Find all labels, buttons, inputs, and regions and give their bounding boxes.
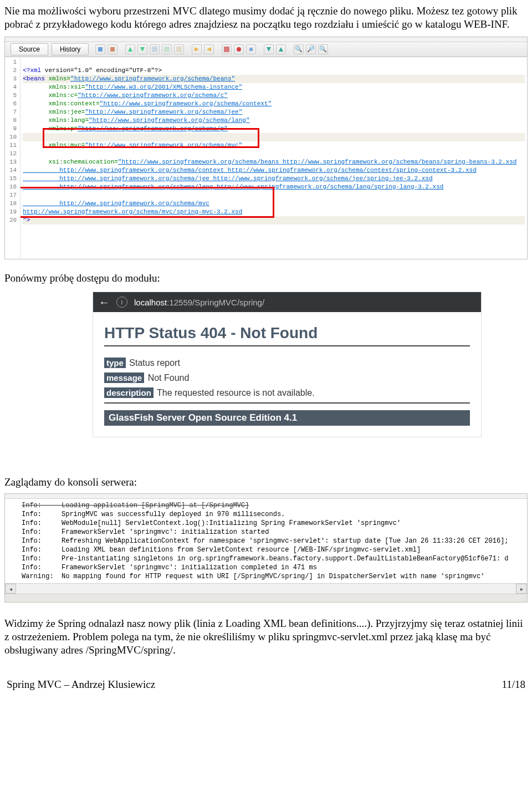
log-level: Warning: (22, 573, 62, 580)
line-number: 19 (9, 208, 17, 216)
url: http://www.springframework.org/schema/la… (213, 183, 443, 190)
toolbar-icon[interactable] (108, 44, 117, 54)
svg-point-10 (237, 47, 241, 52)
url: http://www.springframework.org/schema/je… (23, 175, 209, 182)
ide-toolbar: Source History (5, 42, 527, 57)
message-label: message (104, 372, 144, 383)
line-number: 20 (9, 216, 17, 224)
toolbar-icon[interactable] (246, 44, 256, 54)
url: "http://www.springframework.org/schema/b… (118, 159, 279, 165)
log-level: Info: (22, 555, 62, 563)
line-number: 15 (9, 175, 17, 183)
url-mvc-xsd: http://www.springframework.org/schema/mv… (23, 208, 242, 215)
url: "http://www.springframework.org/schema/l… (89, 117, 249, 124)
console-line: Info: FrameworkServlet 'springmvc': init… (22, 563, 524, 572)
console-line: Info: Pre-instantiating singletons in or… (22, 554, 524, 563)
svg-marker-3 (140, 47, 145, 52)
tab-history[interactable]: History (52, 43, 89, 55)
ide-editor: Source History (4, 37, 528, 259)
svg-marker-7 (195, 47, 199, 52)
scroll-right-icon[interactable]: ▸ (516, 584, 527, 594)
toolbar-icon[interactable] (174, 44, 184, 54)
line-number: 17 (9, 191, 17, 200)
toolbar-icon[interactable] (150, 44, 160, 54)
log-message: FrameworkServlet 'springmvc': initializa… (62, 528, 269, 536)
svg-marker-2 (128, 47, 132, 52)
divider (104, 345, 470, 346)
code-content[interactable]: <?xml version="1.0" encoding="UTF-8"?> <… (21, 57, 527, 259)
log-message: WebModule[null] ServletContext.log():Ini… (62, 519, 401, 527)
paragraph-2: Ponówmy próbę dostępu do modułu: (4, 272, 528, 285)
toolbar-icon[interactable] (276, 44, 286, 54)
tab-source[interactable]: Source (11, 43, 48, 55)
line-number: 11 (9, 141, 17, 150)
log-level: Info: (22, 537, 62, 545)
footer-right: 11/18 (502, 678, 525, 691)
log-level: Info: (22, 502, 62, 509)
log-level: Info: (22, 564, 62, 571)
toolbar-icon[interactable] (234, 44, 244, 54)
scroll-left-icon[interactable]: ◂ (5, 584, 16, 594)
footer-left: Spring MVC – Andrzej Klusiewicz (7, 678, 155, 691)
svg-rect-5 (164, 47, 170, 52)
log-message: Refreshing WebApplicationContext for nam… (62, 537, 509, 545)
console-line: Info: Refreshing WebApplicationContext f… (22, 537, 524, 545)
line-number: 18 (9, 200, 17, 208)
console-output[interactable]: Info: Loading application [SpringMVC] at… (5, 499, 527, 583)
log-level: Info: (22, 519, 62, 527)
zoom-reset-icon[interactable]: 🔍 (318, 44, 328, 54)
info-icon[interactable]: i (116, 297, 127, 308)
attr: xmlns:lang= (23, 117, 89, 124)
message-value: Not Found (145, 373, 189, 382)
browser-toolbar: ← i localhost:12559/SpringMVC/spring/ (93, 292, 481, 312)
log-message: Pre-instantiating singletons in org.spri… (62, 555, 509, 563)
line-number: 13 (9, 158, 17, 166)
line-number: 10 (9, 133, 17, 141)
toolbar-icon[interactable] (204, 44, 214, 54)
attr: xmlns:xsi= (23, 84, 85, 90)
toolbar-icon[interactable] (264, 44, 274, 54)
url: "http://www.springframework.org/schema/j… (85, 109, 242, 115)
status-heading: HTTP Status 404 - Not Found (104, 324, 470, 342)
zoom-in-icon[interactable]: 🔍 (294, 44, 304, 54)
scrollbar-horizontal[interactable]: ◂ ▸ (5, 583, 527, 594)
type-line: type Status report (104, 358, 470, 368)
log-message: FrameworkServlet 'springmvc': initializa… (62, 564, 317, 571)
line-gutter: 1234567891011121314151617181920 (5, 57, 21, 259)
url: "http://www.springframework.org/schema/c… (78, 92, 228, 99)
line-number: 14 (9, 166, 17, 175)
type-label: type (104, 358, 126, 368)
svg-rect-0 (98, 47, 103, 52)
toolbar-icon[interactable] (162, 44, 172, 54)
console-line: Info: FrameworkServlet 'springmvc': init… (22, 528, 524, 537)
url: http://www.springframework.org/schema/co… (23, 167, 224, 173)
toolbar-icon[interactable] (192, 44, 202, 54)
paragraph-3: Zaglądamy do konsoli serwera: (4, 476, 528, 489)
url-bar[interactable]: localhost:12559/SpringMVC/spring/ (134, 298, 264, 307)
description-line: description The requested resource is no… (104, 387, 470, 398)
zoom-out-icon[interactable]: 🔎 (306, 44, 316, 54)
console-line: Info: WebModule[null] ServletContext.log… (22, 519, 524, 528)
svg-rect-4 (152, 47, 157, 52)
back-arrow-icon[interactable]: ← (99, 297, 110, 308)
url: http://www.springframework.org/schema/co… (224, 167, 476, 173)
svg-marker-8 (207, 47, 211, 52)
line-number: 6 (13, 100, 17, 108)
divider (104, 402, 470, 404)
toolbar-icon[interactable] (95, 44, 105, 54)
console-line: Info: SpringMVC was successfully deploye… (22, 510, 524, 519)
log-level: Info: (22, 511, 62, 518)
console-line: Warning: No mapping found for HTTP reque… (22, 572, 524, 581)
line-number: 1 (13, 58, 17, 67)
svg-marker-12 (267, 47, 271, 52)
line-number: 5 (13, 91, 17, 100)
attr: xmlns:p= (23, 125, 78, 132)
attr: xmlns:c= (23, 92, 78, 99)
toolbar-icon[interactable] (125, 44, 135, 54)
type-value: Status report (127, 358, 180, 368)
console-line: Info: Loading XML bean definitions from … (22, 545, 524, 554)
attr-mvc: xmlns:mvc= (23, 142, 85, 149)
url: "http://www.w3.org/2001/XMLSchema-instan… (85, 84, 242, 90)
toolbar-icon[interactable] (222, 44, 232, 54)
toolbar-icon[interactable] (137, 44, 147, 54)
